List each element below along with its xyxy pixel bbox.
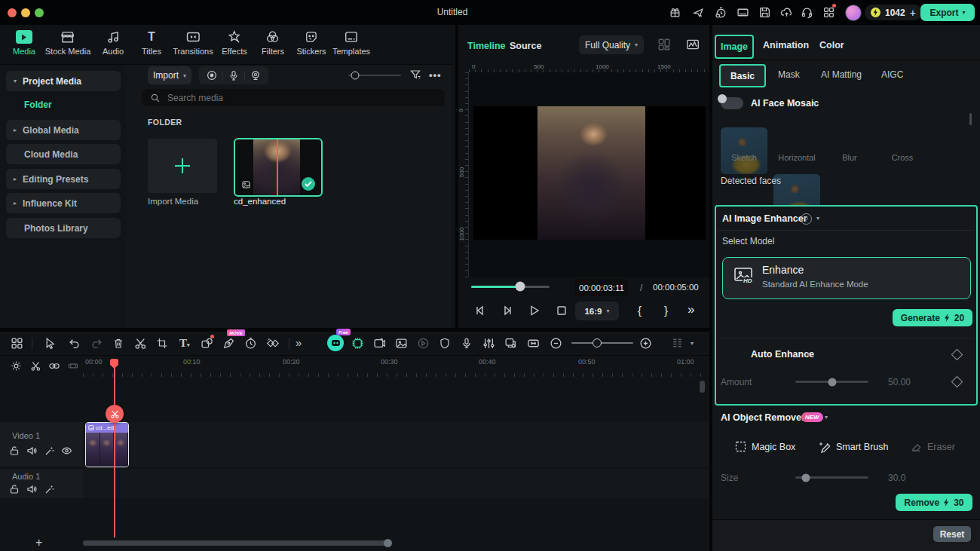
sidebar-item-global-media[interactable]: ▸ Global Media: [6, 120, 121, 140]
help-icon[interactable]: ?: [801, 213, 812, 225]
current-timecode[interactable]: 00:00:03:11: [575, 279, 628, 296]
sidebar-item-project-media[interactable]: ▾ Project Media: [6, 71, 121, 91]
aspect-ratio-dropdown[interactable]: 16:9 ▾: [575, 302, 619, 320]
track-manager-icon[interactable]: [671, 337, 684, 350]
promote-icon[interactable]: [692, 6, 705, 19]
preview-progress-slider[interactable]: [471, 286, 550, 288]
subtab-aigc[interactable]: AIGC: [881, 69, 903, 80]
toolbar-item-stickers[interactable]: Stickers: [296, 30, 326, 56]
mosaic-preset-sketch[interactable]: [721, 127, 767, 174]
speed-clock-icon[interactable]: [244, 337, 257, 350]
size-knob[interactable]: [802, 473, 810, 482]
toolbar-item-transitions[interactable]: Transitions: [173, 30, 213, 56]
search-input[interactable]: [166, 92, 395, 104]
touchbar-icon[interactable]: [737, 6, 749, 19]
tab-color[interactable]: Color: [819, 40, 844, 51]
toolbar-item-templates[interactable]: Templates: [332, 30, 370, 56]
speed-ramp-icon[interactable]: [417, 337, 430, 350]
delete-icon[interactable]: [112, 337, 124, 350]
import-button[interactable]: Import ▾: [148, 66, 191, 84]
fullscreen-button[interactable]: »: [688, 302, 694, 317]
redo-icon[interactable]: [90, 337, 103, 350]
timeline-zoom-slider[interactable]: [571, 342, 633, 344]
export-button[interactable]: Export ▾: [920, 4, 975, 21]
support-headset-icon[interactable]: [801, 6, 813, 19]
sidebar-item-photos-library[interactable]: Photos Library: [6, 218, 121, 238]
add-image-icon[interactable]: [395, 337, 408, 350]
quality-dropdown[interactable]: Full Quality ▾: [579, 35, 644, 54]
timeline-zoom-knob[interactable]: [593, 338, 602, 347]
timeline-ruler[interactable]: 00:00 00:10 00:20 00:30 00:40 00:50 01:0…: [83, 356, 709, 377]
track-manager-caret-icon[interactable]: ▾: [691, 340, 694, 347]
save-icon[interactable]: [758, 6, 771, 19]
track-lock-icon[interactable]: [9, 445, 20, 456]
eraser-tool[interactable]: Eraser: [910, 441, 955, 453]
amount-slider[interactable]: [795, 381, 868, 383]
filter-icon[interactable]: [409, 69, 421, 81]
mask-pen-icon[interactable]: MOVE: [222, 337, 235, 350]
crop-icon[interactable]: [156, 337, 168, 350]
import-media-tile[interactable]: [148, 139, 217, 193]
enhancer-caret-icon[interactable]: ▾: [816, 215, 819, 222]
keyframe-tool-icon[interactable]: [266, 337, 280, 350]
layout-grid-icon[interactable]: [11, 337, 23, 350]
tab-timeline[interactable]: Timeline: [467, 41, 505, 51]
timeline-vscrollbar[interactable]: [700, 381, 705, 393]
stop-button[interactable]: [556, 305, 567, 316]
zoom-in-icon[interactable]: [639, 337, 652, 350]
progress-knob[interactable]: [516, 282, 525, 292]
traffic-zoom-button[interactable]: [35, 8, 44, 17]
tab-animation[interactable]: Animation: [763, 40, 809, 51]
cloud-upload-icon[interactable]: [780, 6, 793, 19]
inspector-scrollbar[interactable]: [969, 113, 972, 125]
multiview-grid-icon[interactable]: [657, 38, 671, 51]
search-bar[interactable]: [142, 89, 445, 106]
track-mute-icon[interactable]: [26, 445, 37, 456]
smart-brush-tool[interactable]: Smart Brush: [819, 441, 888, 453]
timer-icon[interactable]: [715, 6, 727, 19]
timeline-clip[interactable]: cd...ed: [85, 422, 129, 467]
sidebar-item-influence-kit[interactable]: ▸ Influence Kit: [6, 193, 121, 213]
mark-in-button[interactable]: {: [638, 304, 642, 317]
toolbar-item-audio[interactable]: Audio: [103, 30, 124, 56]
track-visibility-icon[interactable]: [61, 445, 72, 456]
select-tool-icon[interactable]: [44, 337, 57, 350]
preview-stage[interactable]: [469, 72, 709, 277]
audio-track-row[interactable]: [0, 469, 709, 498]
reset-button[interactable]: Reset: [933, 526, 971, 542]
text-tool-icon[interactable]: T▾: [179, 337, 190, 352]
subtab-basic-highlight[interactable]: Basic: [719, 64, 766, 87]
credits-chip[interactable]: 1042 +: [865, 5, 922, 20]
toolbar-item-media[interactable]: Media: [13, 30, 35, 56]
playhead-line[interactable]: [114, 360, 115, 537]
zoom-out-icon[interactable]: [550, 337, 562, 350]
toolbar-item-effects[interactable]: Effects: [222, 30, 247, 56]
toolbar-item-filters[interactable]: Filters: [262, 30, 284, 56]
clip-duplicate-icon[interactable]: [504, 337, 517, 350]
toolbar-item-stock-media[interactable]: Stock Media: [45, 30, 91, 56]
voiceover-mic-icon[interactable]: [223, 70, 244, 81]
webcam-icon[interactable]: [245, 70, 266, 81]
tab-source[interactable]: Source: [510, 41, 541, 51]
add-track-button[interactable]: +: [35, 536, 42, 549]
sidebar-item-cloud-media[interactable]: Cloud Media: [6, 144, 121, 164]
track-enhance-icon[interactable]: [44, 484, 55, 494]
thumbnail-zoom-slider[interactable]: [348, 75, 401, 76]
ai-chip-icon[interactable]: [351, 337, 364, 350]
quick-split-icon[interactable]: [30, 360, 41, 372]
traffic-close-button[interactable]: [8, 8, 17, 17]
remover-caret-icon[interactable]: ▾: [825, 414, 828, 421]
audio-mixer-icon[interactable]: [482, 337, 495, 350]
track-lock-icon[interactable]: [9, 484, 20, 494]
apps-grid-icon[interactable]: [822, 6, 835, 19]
shield-icon[interactable]: [439, 337, 451, 350]
amount-knob[interactable]: [828, 378, 837, 386]
generate-button[interactable]: Generate 20: [893, 309, 972, 326]
add-clip-icon[interactable]: [373, 337, 386, 350]
avatar[interactable]: [845, 5, 862, 21]
more-options-icon[interactable]: •••: [429, 69, 442, 81]
previous-frame-button[interactable]: [473, 305, 487, 317]
timeline-hscrollbar[interactable]: [83, 540, 389, 546]
record-voiceover-icon[interactable]: [461, 337, 473, 350]
face-mosaic-toggle[interactable]: [721, 97, 743, 109]
